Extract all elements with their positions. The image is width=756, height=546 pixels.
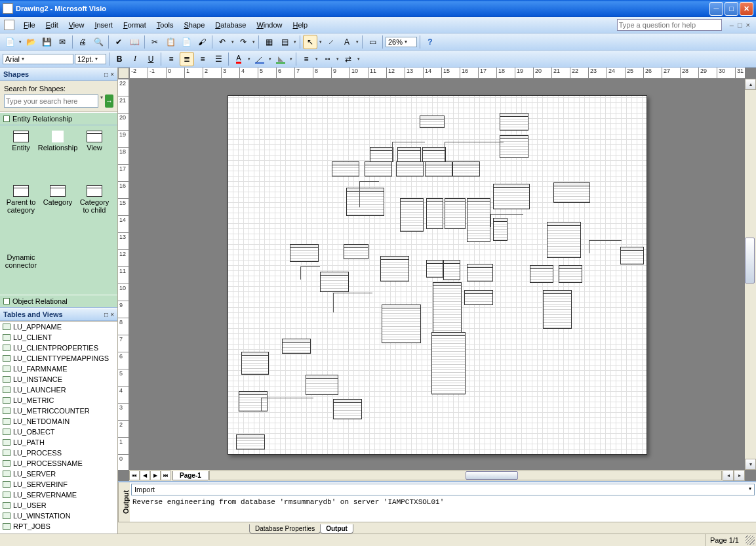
redo-button[interactable]: ↷ bbox=[236, 35, 250, 49]
table-item[interactable]: LU_METRICCOUNTER bbox=[0, 406, 117, 416]
table-item[interactable]: LU_CLIENTPROPERTIES bbox=[0, 343, 117, 353]
entity-shape[interactable] bbox=[543, 290, 572, 329]
entity-shape[interactable] bbox=[346, 188, 384, 216]
entity-shape[interactable] bbox=[530, 265, 553, 283]
entity-shape[interactable] bbox=[420, 116, 445, 128]
entity-shape[interactable] bbox=[333, 399, 362, 419]
minimize-button[interactable]: ─ bbox=[709, 2, 723, 16]
pointer-dropdown[interactable]: ▾ bbox=[319, 39, 323, 45]
stencil-dropdown[interactable]: ▾ bbox=[293, 39, 297, 45]
table-item[interactable]: LU_INSTANCE bbox=[0, 374, 117, 385]
bottom-tab-database-properties[interactable]: Database Properties bbox=[249, 524, 321, 534]
italic-button[interactable]: I bbox=[128, 52, 142, 66]
tab-prev-button[interactable]: ◀ bbox=[140, 471, 150, 480]
font-combo[interactable]: Arial▾ bbox=[3, 54, 73, 64]
entity-shape[interactable] bbox=[620, 247, 644, 264]
entity-shape[interactable] bbox=[500, 113, 528, 131]
entity-shape[interactable] bbox=[559, 265, 582, 283]
drawing-page[interactable] bbox=[228, 95, 647, 455]
entity-shape[interactable] bbox=[290, 244, 319, 262]
entity-shape[interactable] bbox=[452, 161, 480, 177]
vscroll-thumb[interactable] bbox=[745, 238, 755, 284]
entity-shape[interactable] bbox=[422, 147, 446, 162]
entity-shape[interactable] bbox=[500, 135, 528, 158]
entity-shape[interactable] bbox=[467, 264, 493, 282]
entity-shape[interactable] bbox=[370, 147, 393, 162]
entity-shape[interactable] bbox=[493, 184, 530, 209]
save-button[interactable]: 💾 bbox=[39, 35, 54, 49]
menu-edit[interactable]: Edit bbox=[41, 19, 64, 31]
entity-shape[interactable] bbox=[464, 290, 493, 305]
entity-shape[interactable] bbox=[426, 198, 443, 229]
entity-shape[interactable] bbox=[282, 339, 311, 354]
shape-search-go-button[interactable]: → bbox=[105, 94, 113, 108]
scroll-down-button[interactable]: ▾ bbox=[745, 459, 756, 470]
stencil-shape-dynamic-connector[interactable]: Dynamic connector bbox=[3, 238, 39, 278]
canvas[interactable] bbox=[129, 79, 745, 470]
menu-view[interactable]: View bbox=[64, 19, 90, 31]
undo-dropdown[interactable]: ▾ bbox=[231, 39, 235, 45]
new-dropdown[interactable]: ▾ bbox=[18, 39, 22, 45]
cut-button[interactable]: ✂ bbox=[148, 35, 162, 49]
help-search-input[interactable] bbox=[617, 19, 722, 31]
hscroll-track[interactable] bbox=[209, 471, 722, 480]
scroll-left-button[interactable]: ◂ bbox=[723, 470, 734, 481]
table-item[interactable]: LU_SERVER bbox=[0, 469, 117, 479]
entity-shape[interactable] bbox=[332, 161, 359, 177]
scroll-right-button[interactable]: ▸ bbox=[734, 470, 745, 481]
entity-shape[interactable] bbox=[306, 375, 338, 395]
entity-shape[interactable] bbox=[380, 256, 409, 282]
resize-grip-icon[interactable] bbox=[746, 536, 755, 545]
menu-shape[interactable]: Shape bbox=[178, 19, 210, 31]
text-dropdown[interactable]: ▾ bbox=[355, 39, 359, 45]
undo-button[interactable]: ↶ bbox=[215, 35, 229, 49]
text-tool-button[interactable]: A bbox=[340, 35, 354, 49]
font-color-dropdown[interactable]: ▾ bbox=[247, 56, 251, 62]
paste-button[interactable]: 📄 bbox=[179, 35, 193, 49]
table-item[interactable]: RPT_JOBS bbox=[0, 521, 117, 532]
entity-shape[interactable] bbox=[382, 304, 421, 343]
entity-shape[interactable] bbox=[236, 434, 265, 450]
table-item[interactable]: LU_CLIENTTYPEMAPPINGS bbox=[0, 353, 117, 364]
menu-database[interactable]: Database bbox=[210, 19, 251, 31]
research-button[interactable]: 📖 bbox=[127, 35, 142, 49]
scroll-up-button[interactable]: ▴ bbox=[745, 79, 756, 90]
entity-shape[interactable] bbox=[320, 272, 349, 292]
connector-tool-button[interactable]: ⟋ bbox=[324, 35, 338, 49]
table-item[interactable]: LU_FARMNAME bbox=[0, 364, 117, 374]
menu-window[interactable]: Window bbox=[251, 19, 287, 31]
entity-shape[interactable] bbox=[493, 218, 507, 241]
menu-file[interactable]: File bbox=[18, 19, 41, 31]
align-right-button[interactable]: ≡ bbox=[195, 52, 210, 66]
line-ends-dropdown[interactable]: ▾ bbox=[357, 56, 361, 62]
table-item[interactable]: LU_PROCESSNAME bbox=[0, 458, 117, 469]
shapes-pane-menu-icon[interactable]: □ bbox=[104, 71, 108, 78]
close-button[interactable]: ✕ bbox=[740, 2, 753, 16]
tables-pane-close-icon[interactable]: × bbox=[110, 311, 114, 318]
shapes-pane-close-icon[interactable]: × bbox=[110, 71, 114, 78]
zoom-combo[interactable]: 26%▾ bbox=[386, 37, 417, 47]
table-item[interactable]: LU_SERVERNAME bbox=[0, 490, 117, 500]
entity-shape[interactable] bbox=[239, 391, 268, 411]
table-item[interactable]: LU_OBJECT bbox=[0, 427, 117, 437]
vertical-scrollbar[interactable]: ▴ ▾ bbox=[745, 79, 756, 470]
object-relational-stencil-header[interactable]: Object Relational bbox=[0, 295, 117, 308]
mdi-restore-button[interactable]: □ bbox=[736, 21, 744, 29]
table-item[interactable]: LU_METRIC bbox=[0, 395, 117, 406]
stencil-shape-category-to-child[interactable]: Category to child bbox=[76, 182, 113, 223]
new-button[interactable]: 📄 bbox=[3, 35, 17, 49]
line-ends-button[interactable]: ⇄ bbox=[341, 52, 355, 66]
fill-color-button[interactable] bbox=[273, 52, 288, 66]
table-item[interactable]: LU_USER bbox=[0, 500, 117, 511]
stencil-button[interactable]: ▤ bbox=[277, 35, 292, 49]
stencil-shape-view[interactable]: View bbox=[76, 128, 113, 169]
entity-shape[interactable] bbox=[553, 182, 590, 203]
align-center-button[interactable]: ≣ bbox=[180, 52, 194, 66]
fill-color-dropdown[interactable]: ▾ bbox=[289, 56, 293, 62]
font-size-combo[interactable]: 12pt.▾ bbox=[75, 54, 106, 64]
rectangle-tool-button[interactable]: ▭ bbox=[365, 35, 380, 49]
tables-views-list[interactable]: LU_APPNAMELU_CLIENTLU_CLIENTPROPERTIESLU… bbox=[0, 321, 117, 534]
entity-shape[interactable] bbox=[344, 244, 368, 259]
redo-dropdown[interactable]: ▾ bbox=[252, 39, 256, 45]
entity-shape[interactable] bbox=[467, 198, 490, 242]
